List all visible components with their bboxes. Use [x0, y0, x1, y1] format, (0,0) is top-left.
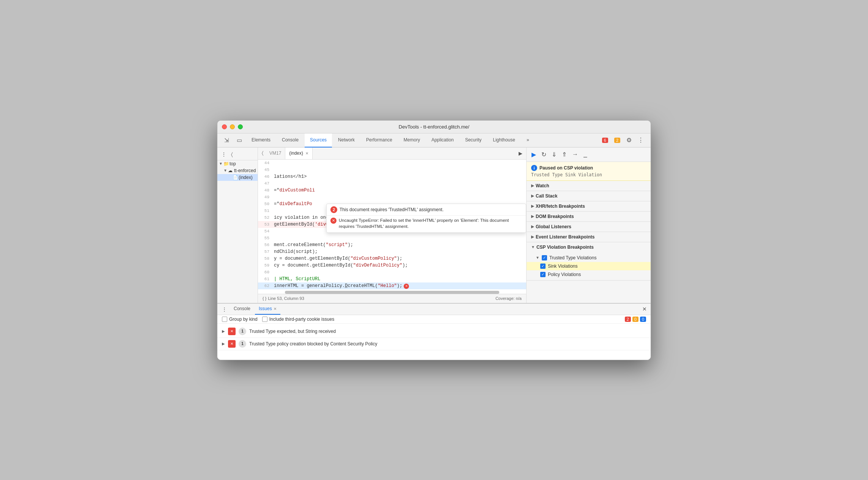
tab-sources[interactable]: Sources: [305, 133, 332, 147]
section-dom-header[interactable]: ▶ DOM Breakpoints: [527, 212, 651, 221]
section-xhr-header[interactable]: ▶ XHR/fetch Breakpoints: [527, 201, 651, 211]
code-line: 49: [258, 194, 526, 201]
tabbar-right: 6 2 ⚙ ⋮: [600, 133, 648, 147]
horizontal-scrollbar[interactable]: [285, 291, 500, 294]
file-tab-close-icon[interactable]: ✕: [305, 151, 308, 155]
code-line: 55: [258, 235, 526, 242]
bottom-tab-issues[interactable]: Issues ✕: [255, 304, 280, 315]
third-party-option[interactable]: Include third-party cookie issues: [262, 317, 334, 322]
error-badge[interactable]: 6: [600, 137, 610, 144]
status-bar: { } Line 53, Column 93 Coverage: n/a: [258, 294, 526, 303]
csp-section: ▼ ✓ Trusted Type Violations ✓ Sink Viola…: [527, 252, 651, 280]
tab-lighthouse[interactable]: Lighthouse: [487, 133, 520, 147]
devtools-window: DevTools - tt-enforced.glitch.me/ ⇲ ▭ El…: [217, 120, 651, 360]
titlebar: DevTools - tt-enforced.glitch.me/: [217, 121, 651, 133]
group-by-kind-option[interactable]: Group by kind: [222, 317, 258, 322]
section-event: ▶ Event Listener Breakpoints: [527, 232, 651, 242]
editor-wrapper: 〈 VM17 (index) ✕ ▶ 4: [258, 147, 526, 303]
debugger-toolbar: ▶ ↻ ⇓ ⇑ → ⎯: [527, 147, 651, 162]
bottom-more-icon[interactable]: ⋮: [220, 306, 229, 313]
tab-performance[interactable]: Performance: [361, 133, 398, 147]
main-tabbar: ⇲ ▭ Elements Console Sources Network Per…: [217, 133, 651, 147]
bottom-warning-count: 0: [632, 317, 638, 322]
paused-banner: i Paused on CSP violation Trusted Type S…: [527, 162, 651, 181]
file-tab-index[interactable]: (index) ✕: [285, 147, 313, 159]
section-event-header[interactable]: ▶ Event Listener Breakpoints: [527, 232, 651, 242]
resume-btn[interactable]: ▶: [530, 150, 538, 159]
device-icon[interactable]: ▭: [233, 133, 245, 147]
code-line: 44: [258, 160, 526, 166]
editor-preview-icon[interactable]: ▶: [516, 151, 525, 156]
tab-elements[interactable]: Elements: [246, 133, 276, 147]
warning-badge-bottom: 0: [632, 317, 638, 322]
group-by-kind-checkbox[interactable]: [222, 317, 227, 322]
bottom-tab-close-icon[interactable]: ✕: [274, 307, 277, 311]
issue-item-1[interactable]: ▶ ✕ 1 Trusted Type policy creation block…: [217, 338, 651, 350]
tab-memory[interactable]: Memory: [398, 133, 425, 147]
section-global: ▶ Global Listeners: [527, 222, 651, 232]
step-into-btn[interactable]: ⇓: [550, 150, 558, 159]
tooltip-main-text: This document requires 'TrustedHTML' ass…: [340, 207, 443, 212]
policy-violations-checkbox[interactable]: ✓: [540, 272, 546, 277]
line-col-info: Line 53, Column 93: [268, 296, 304, 301]
minimize-button[interactable]: [230, 124, 235, 129]
tooltip-header: 2 This document requires 'TrustedHTML' a…: [327, 204, 526, 215]
bottom-badges: 2 0 0: [625, 317, 646, 322]
error-tooltip: 2 This document requires 'TrustedHTML' a…: [326, 204, 526, 233]
inspect-icon[interactable]: ⇲: [220, 133, 233, 147]
sidebar-more-btn[interactable]: ⋮: [220, 151, 228, 158]
sink-violations-checkbox[interactable]: ✓: [540, 264, 546, 269]
settings-icon[interactable]: ⚙: [624, 135, 634, 145]
bottom-tab-console[interactable]: Console: [230, 304, 254, 315]
csp-policy-violations[interactable]: ✓ Policy Violations: [527, 270, 651, 279]
step-over-btn[interactable]: ↻: [539, 150, 548, 159]
tab-security[interactable]: Security: [460, 133, 487, 147]
issues-list: ▶ ✕ 1 Trusted Type expected, but String …: [217, 324, 651, 360]
code-line: 60: [258, 269, 526, 276]
tree-item-tt-enforced[interactable]: ▼ ☁ tt-enforced: [217, 167, 258, 174]
tree-item-index[interactable]: 📄 (index): [217, 174, 258, 181]
section-csp-header[interactable]: ▼ CSP Violation Breakpoints: [527, 242, 651, 252]
issue-item-0[interactable]: ▶ ✕ 1 Trusted Type expected, but String …: [217, 325, 651, 338]
error-badge-bottom: 2: [625, 317, 631, 322]
third-party-checkbox[interactable]: [262, 317, 267, 322]
tab-network[interactable]: Network: [333, 133, 360, 147]
deactivate-btn[interactable]: ⎯: [582, 150, 589, 159]
section-watch-header[interactable]: ▶ Watch: [527, 181, 651, 191]
coverage-info: Coverage: n/a: [495, 296, 522, 301]
code-line: 56ment.createElement("script");: [258, 242, 526, 248]
tab-console[interactable]: Console: [277, 133, 304, 147]
format-icon[interactable]: { }: [263, 296, 266, 301]
maximize-button[interactable]: [238, 124, 243, 129]
code-line: 45: [258, 166, 526, 173]
paused-subtitle: Trusted Type Sink Violation: [531, 172, 646, 177]
code-line: 47: [258, 180, 526, 187]
close-bottom-icon[interactable]: ✕: [641, 304, 648, 314]
status-bar-left: { } Line 53, Column 93: [263, 296, 304, 301]
issue-badge-0: ✕: [228, 328, 236, 335]
error-count: 6: [602, 138, 608, 143]
code-line: 46lations</h1>: [258, 173, 526, 180]
right-panel: ▶ ↻ ⇓ ⇑ → ⎯ i Paused on CSP violation Tr…: [526, 147, 651, 303]
step-out-btn[interactable]: ⇑: [560, 150, 569, 159]
tab-more[interactable]: »: [521, 133, 535, 147]
watch-arrow: ▶: [531, 184, 534, 188]
csp-trusted-type-header[interactable]: ▼ ✓ Trusted Type Violations: [527, 254, 651, 262]
close-button[interactable]: [222, 124, 227, 129]
trusted-type-checkbox[interactable]: ✓: [542, 255, 547, 260]
step-btn[interactable]: →: [570, 150, 580, 159]
more-icon[interactable]: ⋮: [635, 135, 646, 145]
warning-badge[interactable]: 2: [612, 137, 623, 144]
tree-item-top[interactable]: ▼ 📁 top: [217, 160, 258, 167]
bottom-info-count: 0: [640, 317, 646, 322]
editor-sidebar-icon[interactable]: 〈: [259, 150, 266, 156]
csp-sink-violations[interactable]: ✓ Sink Violations: [527, 262, 651, 270]
issue-count-0: 1: [239, 328, 246, 335]
section-global-header[interactable]: ▶ Global Listeners: [527, 222, 651, 232]
section-callstack-header[interactable]: ▶ Call Stack: [527, 191, 651, 201]
trusted-type-arrow: ▼: [536, 256, 539, 260]
tab-application[interactable]: Application: [426, 133, 459, 147]
editor-tabs: 〈 VM17 (index) ✕ ▶: [258, 147, 526, 160]
sidebar-expand-btn[interactable]: 〈: [230, 151, 234, 158]
file-tab-vm17[interactable]: VM17: [266, 147, 285, 159]
